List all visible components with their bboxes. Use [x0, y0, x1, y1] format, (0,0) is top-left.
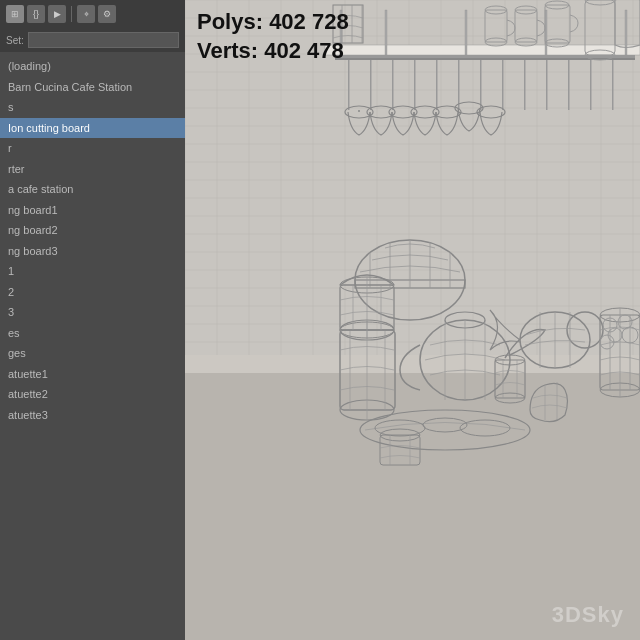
- viewport[interactable]: Polys: 402 728 Verts: 402 478: [185, 0, 640, 640]
- scene-item-1[interactable]: 1: [0, 261, 185, 282]
- scene-item-es[interactable]: es: [0, 323, 185, 344]
- scene-svg: [185, 0, 640, 640]
- scene-item-statuette3[interactable]: atuette3: [0, 405, 185, 426]
- scene-item-statuette2[interactable]: atuette2: [0, 384, 185, 405]
- toolbar: ⊞ {} ▶ ⌖ ⚙: [0, 0, 185, 28]
- svg-rect-18: [458, 60, 460, 110]
- toolbar-icon-2[interactable]: {}: [27, 5, 45, 23]
- scene-item-r[interactable]: r: [0, 138, 185, 159]
- svg-rect-23: [568, 60, 570, 110]
- search-row: Set:: [0, 28, 185, 52]
- verts-stat: Verts: 402 478: [197, 37, 349, 66]
- svg-rect-20: [502, 60, 504, 110]
- svg-rect-13: [348, 60, 350, 110]
- svg-rect-7: [385, 10, 387, 55]
- svg-rect-3: [185, 355, 640, 640]
- svg-rect-8: [465, 10, 467, 55]
- scene-3d: [185, 0, 640, 640]
- polys-stat: Polys: 402 728: [197, 8, 349, 37]
- scene-item-2[interactable]: 2: [0, 282, 185, 303]
- set-label: Set:: [6, 35, 24, 46]
- scene-item-cafe-station[interactable]: a cafe station: [0, 179, 185, 200]
- scene-list[interactable]: (loading) Barn Cucina Cafe Station s Ion…: [0, 52, 185, 640]
- scene-item-rter[interactable]: rter: [0, 159, 185, 180]
- svg-rect-25: [612, 60, 614, 110]
- scene-item-3[interactable]: 3: [0, 302, 185, 323]
- scene-item-loading[interactable]: (loading): [0, 56, 185, 77]
- scene-item-board2[interactable]: ng board2: [0, 220, 185, 241]
- svg-rect-15: [392, 60, 394, 110]
- left-panel: ⊞ {} ▶ ⌖ ⚙ Set: (loading) Barn Cucina Ca…: [0, 0, 185, 640]
- set-input[interactable]: [28, 32, 179, 48]
- scene-item-board3[interactable]: ng board3: [0, 241, 185, 262]
- toolbar-icon-5[interactable]: ⚙: [98, 5, 116, 23]
- svg-rect-10: [625, 10, 627, 55]
- scene-item-cutting-board[interactable]: Ion cutting board: [0, 118, 185, 139]
- scene-item-s[interactable]: s: [0, 97, 185, 118]
- toolbar-icon-4[interactable]: ⌖: [77, 5, 95, 23]
- toolbar-separator: [71, 6, 72, 22]
- toolbar-icon-1[interactable]: ⊞: [6, 5, 24, 23]
- scene-item-barn[interactable]: Barn Cucina Cafe Station: [0, 77, 185, 98]
- svg-rect-19: [480, 60, 482, 110]
- stats-overlay: Polys: 402 728 Verts: 402 478: [197, 8, 349, 65]
- svg-rect-14: [370, 60, 372, 110]
- svg-rect-22: [546, 60, 548, 110]
- watermark: 3DSky: [552, 602, 624, 628]
- toolbar-icon-3[interactable]: ▶: [48, 5, 66, 23]
- svg-rect-24: [590, 60, 592, 110]
- svg-rect-5: [325, 45, 640, 55]
- scene-item-ges[interactable]: ges: [0, 343, 185, 364]
- svg-rect-16: [414, 60, 416, 110]
- scene-item-statuette1[interactable]: atuette1: [0, 364, 185, 385]
- svg-rect-17: [436, 60, 438, 110]
- main-container: ⊞ {} ▶ ⌖ ⚙ Set: (loading) Barn Cucina Ca…: [0, 0, 640, 640]
- scene-item-board1[interactable]: ng board1: [0, 200, 185, 221]
- svg-rect-21: [524, 60, 526, 110]
